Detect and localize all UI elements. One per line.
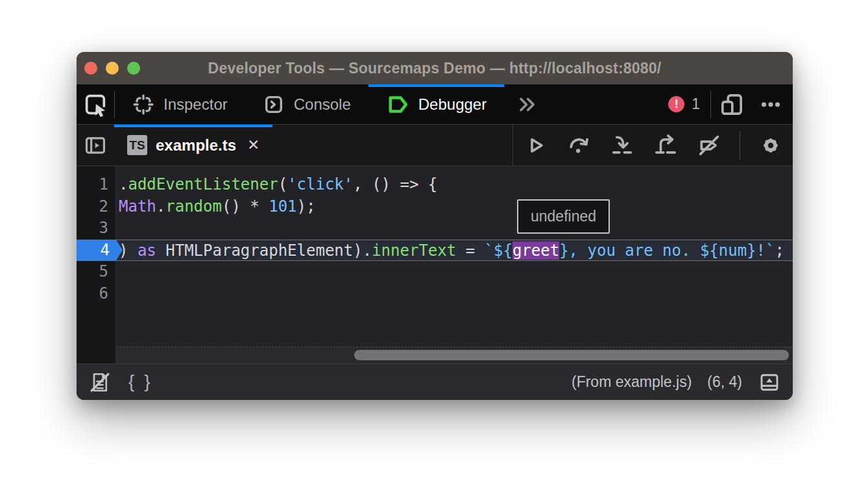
typescript-file-icon: TS xyxy=(127,135,147,155)
tab-console[interactable]: Console xyxy=(245,84,368,124)
braces-icon: { } xyxy=(128,372,153,392)
responsive-design-mode-button[interactable] xyxy=(711,84,753,124)
debugger-controls xyxy=(512,125,793,166)
step-in-icon xyxy=(609,132,635,158)
step-out-button[interactable] xyxy=(653,132,679,158)
statusbar: { } (From example.js) (6, 4) xyxy=(77,364,793,400)
tab-label: Console xyxy=(294,95,351,114)
debugger-icon xyxy=(386,93,409,116)
console-icon xyxy=(263,93,285,116)
code-text[interactable]: Math.random() * 101); xyxy=(115,196,793,218)
paused-line-marker: 4 xyxy=(77,240,123,262)
code-text[interactable]: .addEventListener('click', () => { xyxy=(115,174,793,196)
titlebar: Developer Tools — Sourcemaps Demo — http… xyxy=(77,52,793,84)
toggle-sources-panel-button[interactable] xyxy=(77,125,114,166)
horizontal-scrollbar[interactable] xyxy=(116,347,793,364)
code-lines: 1.addEventListener('click', () => {2Math… xyxy=(77,166,793,304)
controls-separator xyxy=(740,131,740,160)
meatball-menu-button[interactable] xyxy=(753,84,789,124)
window-title: Developer Tools — Sourcemaps Demo — http… xyxy=(77,60,793,77)
chevron-double-right-icon xyxy=(516,93,538,116)
line-number[interactable]: 4 xyxy=(77,240,115,262)
line-number[interactable]: 5 xyxy=(77,261,115,283)
mapped-source-note: (From example.js) xyxy=(572,373,692,391)
slashed-document-icon xyxy=(88,371,112,394)
element-picker-icon xyxy=(82,92,108,118)
traffic-lights xyxy=(84,62,140,75)
code-text[interactable]: ) as HTMLParagraphElement).innerText = `… xyxy=(115,240,793,262)
source-tabbar: TS example.ts ✕ xyxy=(77,125,793,166)
deactivate-breakpoints-button[interactable] xyxy=(696,132,722,158)
gear-icon xyxy=(758,133,783,158)
step-in-button[interactable] xyxy=(609,132,635,158)
meatball-menu-icon xyxy=(759,93,782,116)
cursor-position: (6, 4) xyxy=(707,373,742,391)
step-out-icon xyxy=(653,132,679,158)
step-over-button[interactable] xyxy=(566,132,592,158)
resume-icon xyxy=(522,132,548,158)
resume-button[interactable] xyxy=(522,132,548,158)
code-text[interactable] xyxy=(115,283,793,305)
source-tab-label: example.ts xyxy=(156,136,236,155)
tab-label: Debugger xyxy=(418,95,487,114)
pick-element-button[interactable] xyxy=(77,84,114,124)
expand-panes-icon xyxy=(758,371,781,394)
deactivate-breakpoints-icon xyxy=(696,132,722,158)
error-count-badge[interactable]: ! 1 xyxy=(668,95,700,113)
line-number[interactable]: 1 xyxy=(77,174,115,196)
more-tools-button[interactable] xyxy=(514,84,540,124)
code-line: 4) as HTMLParagraphElement).innerText = … xyxy=(77,240,793,262)
devtools-window: Developer Tools — Sourcemaps Demo — http… xyxy=(77,52,793,400)
close-window-button[interactable] xyxy=(84,62,97,75)
code-line: 6 xyxy=(77,283,793,305)
zoom-window-button[interactable] xyxy=(127,62,140,75)
code-line: 2Math.random() * 101); xyxy=(77,196,793,218)
line-number[interactable]: 3 xyxy=(77,217,115,240)
close-tab-icon[interactable]: ✕ xyxy=(247,136,259,154)
code-text[interactable] xyxy=(115,261,793,283)
toolbox-toolbar: Inspector Console Debugger xyxy=(77,84,793,125)
expand-panes-button[interactable] xyxy=(758,371,781,394)
code-line: 5 xyxy=(77,261,793,283)
tab-label: Inspector xyxy=(163,95,228,114)
debugger-settings-button[interactable] xyxy=(758,132,784,158)
pretty-print-button[interactable]: { } xyxy=(128,372,153,392)
scrollbar-thumb[interactable] xyxy=(354,350,789,360)
line-number[interactable]: 6 xyxy=(77,283,115,305)
tab-debugger[interactable]: Debugger xyxy=(368,84,504,124)
inspector-icon xyxy=(132,93,154,116)
code-line: 3 xyxy=(77,217,793,240)
responsive-design-icon xyxy=(719,92,745,118)
code-line: 1.addEventListener('click', () => { xyxy=(77,174,793,196)
line-number[interactable]: 2 xyxy=(77,196,115,218)
panel-toggle-icon xyxy=(83,133,108,158)
error-count: 1 xyxy=(692,95,700,113)
error-icon: ! xyxy=(668,96,684,112)
minimize-window-button[interactable] xyxy=(106,62,119,75)
code-text[interactable] xyxy=(115,217,793,240)
tab-inspector[interactable]: Inspector xyxy=(115,84,245,124)
source-tab-example-ts[interactable]: TS example.ts ✕ xyxy=(114,125,272,166)
ignore-source-button[interactable] xyxy=(88,371,112,394)
variable-preview-tooltip: undefined xyxy=(517,199,610,234)
step-over-icon xyxy=(566,132,592,158)
code-editor: 1.addEventListener('click', () => {2Math… xyxy=(77,166,793,364)
